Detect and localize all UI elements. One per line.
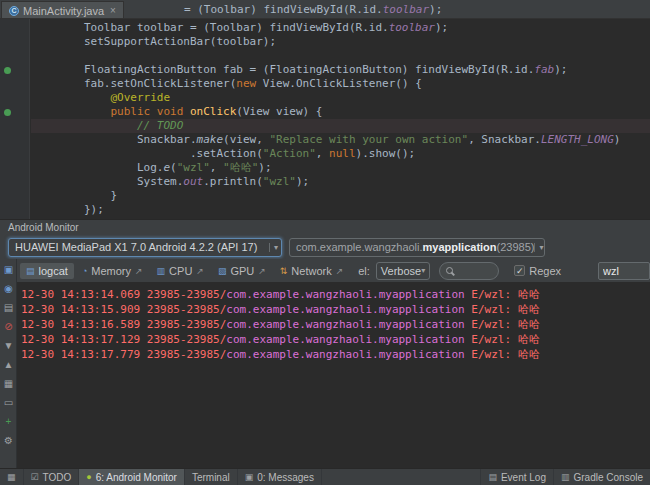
- code-line[interactable]: public void onClick(View view) {: [31, 105, 650, 119]
- clipped-code-line: = (Toolbar) findViewById(R.id.toolbar);: [184, 3, 442, 16]
- code-line[interactable]: setSupportActionBar(toolbar);: [31, 35, 650, 49]
- android-monitor-button[interactable]: ●6: Android Monitor: [79, 469, 185, 485]
- device-select-value: HUAWEI MediaPad X1 7.0 Android 4.2.2 (AP…: [15, 241, 257, 253]
- editor-area: = (Toolbar) findViewById(R.id.toolbar); …: [0, 0, 650, 219]
- tab-network[interactable]: ⇅Network↗: [274, 263, 349, 279]
- regex-label: Regex: [529, 265, 561, 277]
- open-monitor-icon: ↗: [135, 266, 143, 276]
- code-line[interactable]: FloatingActionButton fab = (FloatingActi…: [31, 63, 650, 77]
- tab-mainactivity[interactable]: C MainActivity.java ×: [1, 1, 124, 19]
- code-line[interactable]: // TODO: [31, 119, 650, 133]
- print-icon[interactable]: ▦: [0, 375, 17, 392]
- log-line[interactable]: 12-30 14:13:15.909 23985-23985/com.examp…: [17, 302, 650, 317]
- code-editor[interactable]: Toolbar toolbar = (Toolbar) findViewById…: [0, 19, 650, 219]
- code-line[interactable]: Log.e("wzl", "哈哈");: [31, 161, 650, 175]
- logcat-settings-icon[interactable]: ⚙: [0, 432, 17, 449]
- logcat-search-field[interactable]: [439, 262, 499, 280]
- terminal-button[interactable]: Terminal: [185, 469, 238, 485]
- log-line[interactable]: 12-30 14:13:14.069 23985-23985/com.examp…: [17, 287, 650, 302]
- gradle-console-icon: ▥: [561, 472, 570, 482]
- screen-capture-icon[interactable]: ▣: [0, 261, 17, 278]
- gpu-icon: ▧: [218, 266, 227, 276]
- gradle-console-button[interactable]: ▥Gradle Console: [553, 469, 650, 485]
- android-studio-window: { "colors": { "panel_bg": "#3C3F41", "ed…: [0, 0, 650, 485]
- restart-icon[interactable]: +: [0, 413, 17, 430]
- code-line[interactable]: Toolbar toolbar = (Toolbar) findViewById…: [31, 21, 650, 35]
- tab-cpu[interactable]: ▥CPU↗: [151, 263, 210, 279]
- code-line[interactable]: [31, 49, 650, 63]
- log-level-label: el:: [358, 265, 370, 277]
- terminal-label: Terminal: [192, 472, 230, 483]
- logcat-filter-input[interactable]: [598, 262, 650, 280]
- toolwindow-switcher-button[interactable]: ▦: [0, 469, 24, 485]
- close-tab-icon[interactable]: ×: [110, 5, 116, 16]
- log-line[interactable]: 12-30 14:13:17.779 23985-23985/com.examp…: [17, 347, 650, 362]
- tab-label: logcat: [39, 265, 68, 277]
- process-package-prefix: com.example.wangzhaoli.: [296, 241, 423, 253]
- code-line[interactable]: }: [31, 189, 650, 203]
- log-level-value: Verbose: [381, 265, 421, 277]
- cpu-icon: ▥: [157, 266, 166, 276]
- logcat-output[interactable]: 12-30 14:13:14.069 23985-23985/com.examp…: [17, 282, 650, 468]
- tab-gpu[interactable]: ▧GPU↗: [212, 263, 272, 279]
- layout-inspector-icon[interactable]: ▤: [0, 299, 17, 316]
- network-icon: ⇅: [280, 266, 288, 276]
- device-select[interactable]: HUAWEI MediaPad X1 7.0 Android 4.2.2 (AP…: [8, 238, 282, 257]
- log-level-select[interactable]: Verbose ▾: [376, 262, 430, 280]
- regex-checkbox[interactable]: ✓: [514, 265, 525, 276]
- open-monitor-icon: ↗: [258, 266, 266, 276]
- code-line[interactable]: });: [31, 203, 650, 217]
- monitor-content: ▣◉▤⊘▼▲▦▭+⚙ ▤logcat◔Memory↗▥CPU↗▧GPU↗⇅Net…: [0, 259, 650, 468]
- scroll-to-end-icon[interactable]: ▼: [0, 337, 17, 354]
- tab-label: CPU: [169, 265, 192, 277]
- statusbar-left: ▦☑TODO●6: Android MonitorTerminal▣0: Mes…: [0, 469, 322, 485]
- open-monitor-icon: ↗: [336, 266, 344, 276]
- statusbar-right: ▤Event Log▥Gradle Console: [480, 469, 650, 485]
- code-lines: Toolbar toolbar = (Toolbar) findViewById…: [31, 19, 650, 219]
- tab-title: MainActivity.java: [23, 5, 104, 17]
- tab-label: GPU: [230, 265, 254, 277]
- clear-logcat-icon[interactable]: ▭: [0, 394, 17, 411]
- android-monitor-label: 6: Android Monitor: [96, 472, 177, 483]
- log-line[interactable]: 12-30 14:13:17.129 23985-23985/com.examp…: [17, 332, 650, 347]
- code-line[interactable]: System.out.println("wzl");: [31, 175, 650, 189]
- messages-button[interactable]: ▣0: Messages: [238, 469, 322, 485]
- gutter-marker-icon[interactable]: [4, 109, 11, 116]
- regex-checkbox-row: ✓ Regex: [514, 265, 561, 277]
- panel-title: Android Monitor: [0, 220, 650, 235]
- memory-icon: ◔: [82, 266, 87, 276]
- messages-label: 0: Messages: [257, 472, 314, 483]
- code-line[interactable]: .setAction("Action", null).show();: [31, 147, 650, 161]
- screen-record-icon[interactable]: ◉: [0, 280, 17, 297]
- terminate-application-icon[interactable]: ⊘: [0, 318, 17, 335]
- gutter-marker-icon[interactable]: [4, 67, 11, 74]
- todo-icon: ☑: [31, 472, 39, 482]
- editor-gutter: [0, 19, 30, 219]
- process-pid: (23985): [497, 241, 535, 253]
- scroll-up-icon[interactable]: ▲: [0, 356, 17, 373]
- open-monitor-icon: ↗: [196, 266, 204, 276]
- tab-label: Network: [291, 265, 331, 277]
- code-line[interactable]: Snackbar.make(view, "Replace with your o…: [31, 133, 650, 147]
- tab-logcat[interactable]: ▤logcat: [20, 263, 74, 279]
- code-line[interactable]: fab.setOnClickListener(new View.OnClickL…: [31, 77, 650, 91]
- monitor-tabs: ▤logcat◔Memory↗▥CPU↗▧GPU↗⇅Network↗: [20, 263, 349, 279]
- event-log-button[interactable]: ▤Event Log: [480, 469, 553, 485]
- logcat-icon: ▤: [26, 266, 35, 276]
- chevron-down-icon: ▾: [534, 243, 543, 252]
- status-bar: ▦☑TODO●6: Android MonitorTerminal▣0: Mes…: [0, 468, 650, 485]
- process-name: myapplication: [423, 241, 497, 253]
- log-line[interactable]: 12-30 14:13:16.589 23985-23985/com.examp…: [17, 317, 650, 332]
- logcat-toolbar: ▤logcat◔Memory↗▥CPU↗▧GPU↗⇅Network↗ el: V…: [17, 259, 650, 282]
- event-log-label: Event Log: [501, 472, 546, 483]
- java-class-icon: C: [9, 6, 19, 16]
- android-monitor-icon: ●: [86, 472, 91, 482]
- process-select[interactable]: com.example.wangzhaoli.myapplication (23…: [289, 238, 545, 257]
- tab-label: Memory: [91, 265, 131, 277]
- event-log-icon: ▤: [488, 472, 497, 482]
- todo-button[interactable]: ☑TODO: [24, 469, 80, 485]
- tab-memory[interactable]: ◔Memory↗: [76, 263, 149, 279]
- device-toolbar: HUAWEI MediaPad X1 7.0 Android 4.2.2 (AP…: [0, 235, 650, 259]
- code-line[interactable]: @Override: [31, 91, 650, 105]
- chevron-down-icon: ▾: [269, 243, 278, 252]
